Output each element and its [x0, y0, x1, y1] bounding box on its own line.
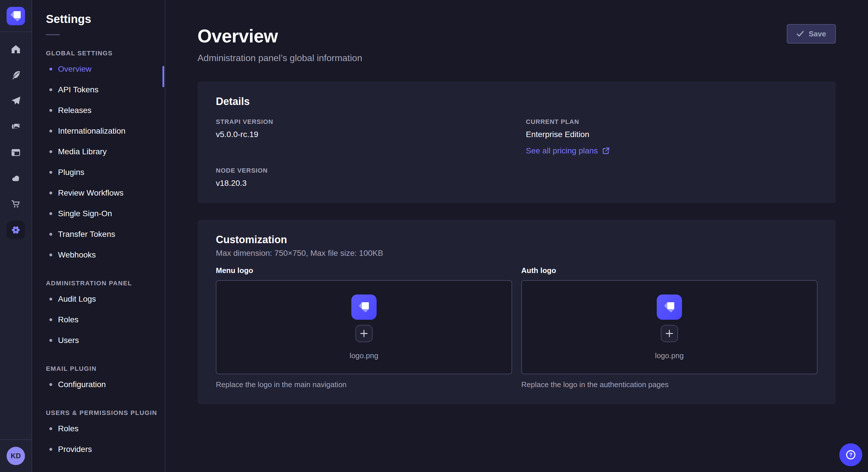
details-left-column: STRAPI VERSION v5.0.0-rc.19 NODE VERSION… [216, 118, 507, 188]
feather-icon [10, 69, 22, 81]
menu-logo-add-button[interactable] [355, 325, 373, 342]
subnav-item-users[interactable]: Users [46, 330, 165, 351]
subnav-scrollbar-thumb[interactable] [162, 66, 164, 87]
auth-logo-add-button[interactable] [661, 325, 678, 342]
nav-content-type-builder-button[interactable] [7, 143, 25, 162]
bullet-icon [50, 68, 52, 71]
subnav-item-label: Providers [58, 445, 92, 454]
subnav-section-header-administration-panel: ADMINISTRATION PANEL [46, 279, 165, 287]
bullet-icon [50, 383, 52, 386]
subnav-section-header-users-permissions-plugin: USERS & PERMISSIONS PLUGIN [46, 409, 165, 417]
field-value: v18.20.3 [216, 178, 507, 188]
subnav-item-overview[interactable]: Overview [46, 59, 165, 79]
nav-releases-button[interactable] [7, 92, 25, 110]
details-right-column: CURRENT PLAN Enterprise Edition See all … [526, 118, 817, 188]
gear-icon [10, 224, 22, 236]
subnav-section-header-global-settings: GLOBAL SETTINGS [46, 49, 165, 57]
auth-logo-group: Auth logo [521, 266, 817, 389]
field-value: v5.0.0-rc.19 [216, 130, 507, 139]
plus-icon [665, 329, 674, 338]
pricing-plans-link[interactable]: See all pricing plans [526, 146, 609, 156]
bullet-icon [50, 233, 52, 236]
subnav-item-label: Review Workflows [58, 189, 123, 198]
paper-plane-icon [10, 95, 22, 107]
nav-content-manager-button[interactable] [7, 66, 25, 84]
subnav-item-roles[interactable]: Roles [46, 418, 165, 439]
main-content: Overview Administration panel’s global i… [165, 0, 868, 472]
subnav-item-configuration[interactable]: Configuration [46, 374, 165, 395]
subnav-item-plugins[interactable]: Plugins [46, 162, 165, 183]
subnav-item-label: Overview [58, 65, 92, 74]
bullet-icon [50, 427, 52, 430]
subnav-item-audit-logs[interactable]: Audit Logs [46, 289, 165, 309]
subnav-item-label: Webhooks [58, 250, 96, 260]
details-card: Details STRAPI VERSION v5.0.0-rc.19 NODE… [197, 81, 836, 203]
nav-cloud-button[interactable] [7, 169, 25, 188]
check-icon [797, 30, 804, 38]
field-label: NODE VERSION [216, 167, 507, 174]
layout-icon [10, 146, 22, 159]
subnav-item-label: Roles [58, 424, 79, 433]
subnav-item-providers[interactable]: Providers [46, 439, 165, 460]
subnav-item-api-tokens[interactable]: API Tokens [46, 79, 165, 100]
menu-logo-preview [351, 295, 377, 320]
customization-subtitle: Max dimension: 750×750, Max file size: 1… [216, 248, 817, 258]
subnav-item-single-sign-on[interactable]: Single Sign-On [46, 203, 165, 224]
home-icon [10, 43, 22, 55]
menu-logo-group: Menu logo [216, 266, 512, 389]
bullet-icon [50, 109, 52, 112]
media-library-icon [10, 121, 22, 133]
subnav-item-label: Users [58, 336, 79, 345]
page-subtitle: Administration panel’s global informatio… [197, 52, 836, 64]
field-label: STRAPI VERSION [216, 118, 507, 126]
svg-text:?: ? [849, 452, 852, 458]
nav-home-button[interactable] [7, 40, 25, 59]
nav-marketplace-button[interactable] [7, 195, 25, 213]
subnav-item-label: Configuration [58, 380, 106, 389]
subnav-item-review-workflows[interactable]: Review Workflows [46, 183, 165, 203]
auth-logo-dropzone[interactable]: logo.png [521, 280, 817, 374]
menu-logo-dropzone[interactable]: logo.png [216, 280, 512, 374]
auth-logo-label: Auth logo [521, 266, 817, 275]
app-window: KD Settings GLOBAL SETTINGSOverviewAPI T… [0, 0, 868, 472]
page-title: Overview [197, 25, 836, 47]
subnav-item-roles[interactable]: Roles [46, 309, 165, 330]
menu-logo-label: Menu logo [216, 266, 512, 275]
subnav-section-header-email-plugin: EMAIL PLUGIN [46, 365, 165, 372]
bullet-icon [50, 88, 52, 91]
help-button[interactable]: ? [839, 443, 862, 466]
bullet-icon [50, 298, 52, 301]
subnav-item-label: Single Sign-On [58, 209, 112, 218]
strapi-mark-icon [7, 7, 25, 25]
bullet-icon [50, 448, 52, 451]
subnav-item-webhooks[interactable]: Webhooks [46, 245, 165, 265]
bullet-icon [50, 150, 52, 153]
nav-media-library-button[interactable] [7, 117, 25, 136]
customization-card: Customization Max dimension: 750×750, Ma… [197, 220, 836, 404]
subnav-item-releases[interactable]: Releases [46, 100, 165, 121]
bullet-icon [50, 339, 52, 342]
subnav-item-internationalization[interactable]: Internationalization [46, 121, 165, 141]
subnav-item-label: Roles [58, 315, 79, 324]
bullet-icon [50, 171, 52, 174]
subnav-item-transfer-tokens[interactable]: Transfer Tokens [46, 224, 165, 245]
rail-divider-bottom [0, 439, 32, 440]
subnav-title: Settings [46, 12, 165, 26]
field-label: CURRENT PLAN [526, 118, 817, 126]
nav-settings-button[interactable] [7, 221, 25, 239]
subnav-item-label: API Tokens [58, 85, 98, 94]
external-link-icon [602, 147, 609, 154]
menu-logo-hint: Replace the logo in the main navigation [216, 380, 512, 389]
auth-logo-preview [657, 295, 682, 320]
save-button-label: Save [809, 30, 826, 38]
cart-icon [10, 198, 22, 210]
user-avatar[interactable]: KD [7, 447, 25, 465]
bullet-icon [50, 192, 52, 194]
subnav-item-media-library[interactable]: Media Library [46, 141, 165, 162]
auth-logo-filename: logo.png [655, 351, 684, 360]
strapi-logo-icon[interactable] [7, 7, 25, 25]
question-mark-icon: ? [845, 449, 857, 461]
bullet-icon [50, 254, 52, 256]
subnav-item-label: Media Library [58, 147, 107, 156]
save-button[interactable]: Save [787, 24, 836, 43]
